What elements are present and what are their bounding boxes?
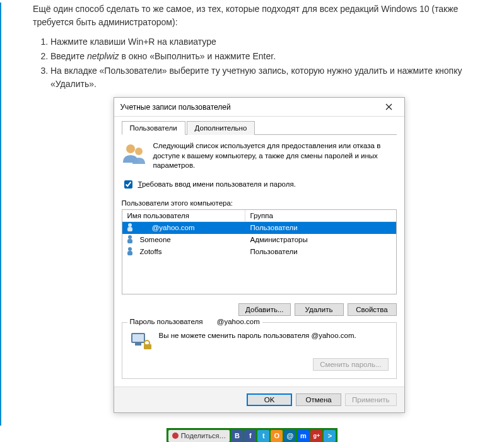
netplwiz-keyword: netplwiz bbox=[87, 51, 119, 61]
password-legend: Пароль пользователя @yahoo.com bbox=[127, 318, 262, 325]
properties-button[interactable]: Свойства bbox=[348, 303, 397, 316]
close-icon bbox=[385, 102, 392, 113]
cancel-button[interactable]: Отмена bbox=[296, 393, 341, 406]
step-1: Нажмите клавиши Win+R на клавиатуре bbox=[50, 35, 485, 49]
row-group: Пользователи bbox=[245, 224, 396, 231]
row-username: Zotoffs bbox=[140, 248, 162, 255]
step-3: На вкладке «Пользователи» выберите ту уч… bbox=[50, 64, 485, 91]
tab-advanced[interactable]: Дополнительно bbox=[187, 121, 255, 135]
password-icon bbox=[130, 330, 153, 352]
article-intro: Ещё один способ сделать то же самое, из … bbox=[33, 3, 485, 29]
share-facebook[interactable]: f bbox=[244, 430, 256, 442]
row-group: Пользователи bbox=[245, 248, 396, 255]
add-button[interactable]: Добавить... bbox=[238, 303, 290, 316]
svg-rect-6 bbox=[144, 344, 151, 349]
table-row[interactable]: ZotoffsПользователи bbox=[122, 246, 396, 258]
share-bar: Поделиться… В f t O @ m g+ > bbox=[167, 428, 338, 442]
share-mail[interactable]: m bbox=[297, 430, 309, 442]
share-at[interactable]: @ bbox=[284, 430, 296, 442]
user-accounts-dialog: Учетные записи пользователей Пользовател… bbox=[114, 97, 405, 413]
tabs: Пользователи Дополнительно bbox=[122, 120, 397, 135]
share-gplus[interactable]: g+ bbox=[310, 430, 322, 442]
password-groupbox: Пароль пользователя @yahoo.com bbox=[122, 322, 397, 379]
user-icon bbox=[127, 235, 136, 244]
require-login-label[interactable]: Требовать ввод имени пользователя и паро… bbox=[138, 180, 296, 188]
svg-rect-4 bbox=[135, 343, 141, 346]
share-twitter[interactable]: t bbox=[257, 430, 269, 442]
step-2: Введите netplwiz в окно «Выполнить» и на… bbox=[50, 50, 485, 63]
table-row[interactable]: SomeoneАдминистраторы bbox=[122, 234, 396, 246]
require-login-checkbox[interactable] bbox=[124, 180, 132, 189]
share-icon bbox=[172, 433, 179, 439]
user-listview[interactable]: Имя пользователя Группа @yahoo.comПользо… bbox=[122, 209, 397, 294]
user-icon bbox=[127, 223, 136, 232]
row-username: Someone bbox=[140, 236, 171, 243]
col-username[interactable]: Имя пользователя bbox=[122, 210, 245, 221]
remove-button[interactable]: Удалить bbox=[295, 303, 344, 316]
ok-button[interactable]: OK bbox=[247, 393, 292, 406]
password-message: Вы не можете сменить пароль пользователя… bbox=[159, 330, 356, 340]
share-ok[interactable]: O bbox=[271, 430, 283, 442]
svg-point-0 bbox=[126, 144, 135, 153]
userlist-label: Пользователи этого компьютера: bbox=[122, 199, 397, 207]
intro-text: Следующий список используется для предос… bbox=[153, 141, 397, 171]
table-row[interactable]: @yahoo.comПользователи bbox=[122, 222, 396, 234]
users-icon bbox=[122, 141, 147, 166]
row-group: Администраторы bbox=[245, 236, 396, 243]
article-steps: Нажмите клавиши Win+R на клавиатуре Введ… bbox=[33, 35, 485, 91]
share-more[interactable]: > bbox=[324, 430, 336, 442]
svg-point-1 bbox=[135, 148, 143, 155]
listview-header: Имя пользователя Группа bbox=[122, 210, 396, 222]
tab-users[interactable]: Пользователи bbox=[122, 121, 185, 135]
dialog-title: Учетные записи пользователей bbox=[120, 103, 378, 112]
user-icon bbox=[127, 247, 136, 256]
col-group[interactable]: Группа bbox=[245, 210, 396, 221]
share-button[interactable]: Поделиться… bbox=[168, 430, 230, 442]
change-password-button: Сменить пароль... bbox=[313, 358, 388, 371]
svg-rect-3 bbox=[132, 334, 144, 342]
apply-button: Применить bbox=[345, 393, 396, 406]
share-vk[interactable]: В bbox=[231, 430, 243, 442]
row-username: @yahoo.com bbox=[140, 224, 195, 231]
close-button[interactable] bbox=[378, 100, 401, 115]
